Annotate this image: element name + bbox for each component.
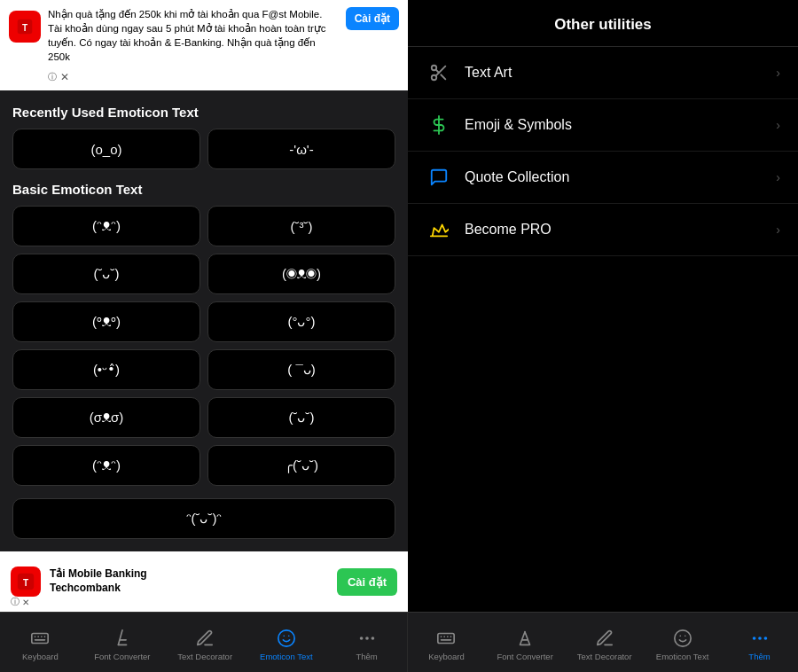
- tab-keyboard-right[interactable]: Keyboard: [419, 628, 473, 661]
- ad-top-button[interactable]: Cài đặt: [346, 7, 399, 30]
- more-icon-right: [749, 628, 771, 649]
- utility-item-emoji[interactable]: Emoji & Symbols ›: [408, 99, 798, 152]
- svg-text:T: T: [22, 23, 28, 33]
- keyboard-icon-left: [29, 628, 51, 649]
- recently-used-title: Recently Used Emoticon Text: [12, 105, 395, 120]
- utility-item-pro[interactable]: Become PRO ›: [408, 204, 798, 256]
- font-icon-right: [514, 628, 536, 649]
- pro-label: Become PRO: [465, 222, 763, 238]
- recently-used-grid: (o_o) -'ω'-: [12, 129, 395, 169]
- emoji-label: Emoji & Symbols: [465, 117, 763, 133]
- emoticon-single-row: ᵔ(˘ᴗ˘)ᵔ: [12, 498, 395, 539]
- tab-font-label-right: Font Converter: [497, 652, 552, 661]
- emoticon-basic-1[interactable]: (ᵔᴥᵔ): [12, 206, 200, 246]
- emoticon-icon-left: [276, 628, 297, 649]
- decorator-icon-right: [594, 628, 615, 649]
- text-art-label: Text Art: [465, 65, 763, 81]
- emoticon-basic-3[interactable]: (˘ᴗ˘): [12, 254, 200, 294]
- tab-bar-right: Keyboard Font Converter Text Decorator: [408, 613, 798, 672]
- tab-emoticon-left[interactable]: Emoticon Text: [260, 628, 313, 661]
- svg-text:T: T: [23, 578, 29, 588]
- emoticon-basic-7[interactable]: (•ᵕ•̂): [12, 349, 200, 390]
- svg-point-28: [763, 637, 767, 640]
- font-icon-left: [112, 628, 133, 649]
- emoticon-basic-6[interactable]: (°ᴗ°): [207, 301, 395, 342]
- emoticon-icon-right: [672, 628, 693, 649]
- basic-emoticon-grid: (ᵔᴥᵔ) (˘³˘) (˘ᴗ˘) (◉ᴥ◉) (ᵒᴥᵒ) (°ᴗ°) (•ᵕ•…: [12, 206, 395, 486]
- emoticon-basic-11[interactable]: (ᵔᴥᵔ): [12, 445, 200, 486]
- tab-decorator-label-right: Text Decorator: [577, 652, 632, 661]
- tab-emoticon-label-left: Emoticon Text: [260, 652, 313, 661]
- tab-keyboard-label-left: Keyboard: [22, 652, 59, 661]
- utility-item-quote[interactable]: Quote Collection ›: [408, 152, 798, 204]
- ad-banner-top: T Nhận quà tặng đến 250k khi mở tài khoả…: [0, 0, 408, 90]
- tab-more-label-right: Thêm: [748, 652, 770, 661]
- ad-bottom-text: Tải Mobile Banking Techcombank: [50, 567, 328, 595]
- svg-rect-10: [32, 633, 48, 643]
- emoji-chevron: ›: [776, 118, 780, 132]
- quote-icon: [426, 164, 452, 191]
- svg-point-26: [752, 637, 755, 640]
- svg-point-12: [278, 629, 294, 645]
- crown-icon: [426, 216, 452, 243]
- tab-bars-container: Keyboard Font Converter Text Decorator: [0, 612, 798, 672]
- svg-point-15: [359, 637, 363, 640]
- ad-info-icon: ⓘ: [48, 71, 57, 83]
- utility-item-text-art[interactable]: Text Art ›: [408, 47, 798, 99]
- svg-line-20: [520, 631, 526, 645]
- ad-bottom-logo: T: [11, 567, 41, 597]
- emoticon-basic-12[interactable]: ╭(˘ᴗ˘): [207, 445, 395, 486]
- ad-bottom-info: ⓘ: [11, 596, 20, 608]
- ad-banner-bottom: T Tải Mobile Banking Techcombank Cài đặt…: [0, 551, 408, 612]
- ad-bottom-button[interactable]: Cài đặt: [337, 568, 397, 596]
- tab-bar-left: Keyboard Font Converter Text Decorator: [0, 613, 408, 672]
- emoticon-basic-4[interactable]: (◉ᴥ◉): [207, 254, 395, 294]
- pro-chevron: ›: [776, 223, 780, 237]
- ad-bottom-close[interactable]: ✕: [22, 598, 29, 607]
- tab-decorator-label-left: Text Decorator: [177, 652, 232, 661]
- svg-point-17: [371, 637, 374, 640]
- right-header-title: Other utilities: [426, 16, 780, 34]
- tab-font-right[interactable]: Font Converter: [497, 628, 552, 661]
- ad-top-text: Nhận quà tặng đến 250k khi mở tài khoản …: [48, 7, 339, 64]
- basic-emoticon-title: Basic Emoticon Text: [12, 182, 395, 197]
- emoticon-basic-13[interactable]: ᵔ(˘ᴗ˘)ᵔ: [12, 498, 395, 539]
- emoticon-basic-2[interactable]: (˘³˘): [207, 206, 395, 246]
- tab-more-label-left: Thêm: [356, 652, 377, 661]
- tab-more-right[interactable]: Thêm: [733, 628, 786, 661]
- tab-decorator-right[interactable]: Text Decorator: [577, 628, 632, 661]
- tab-more-left[interactable]: Thêm: [340, 628, 394, 661]
- scissors-icon: [426, 59, 452, 86]
- decorator-icon-left: [194, 628, 215, 649]
- tab-keyboard-left[interactable]: Keyboard: [13, 628, 66, 661]
- emoticon-basic-8[interactable]: ( ¯ᴗ): [207, 349, 395, 390]
- text-art-chevron: ›: [776, 66, 780, 80]
- svg-line-21: [525, 631, 530, 645]
- emoticon-basic-5[interactable]: (ᵒᴥᵒ): [12, 301, 200, 342]
- emoticon-recent-2[interactable]: -'ω'-: [207, 129, 395, 169]
- quote-chevron: ›: [776, 170, 780, 184]
- svg-line-8: [435, 69, 439, 73]
- svg-line-7: [441, 74, 445, 79]
- left-scroll-area: Recently Used Emoticon Text (o_o) -'ω'- …: [0, 90, 408, 551]
- tab-emoticon-label-right: Emoticon Text: [656, 652, 709, 661]
- tab-keyboard-label-right: Keyboard: [428, 652, 465, 661]
- emoticon-basic-10[interactable]: (˘ᴗ˘): [207, 397, 395, 438]
- emoticon-basic-9[interactable]: (σᴥσ): [12, 397, 200, 438]
- keyboard-icon-right: [435, 628, 457, 649]
- tab-font-left[interactable]: Font Converter: [94, 628, 150, 661]
- ad-logo: T: [9, 11, 41, 43]
- right-header: Other utilities: [408, 0, 798, 47]
- tab-decorator-left[interactable]: Text Decorator: [177, 628, 232, 661]
- ad-close-icon[interactable]: ✕: [60, 71, 69, 83]
- left-panel: T Nhận quà tặng đến 250k khi mở tài khoả…: [0, 0, 408, 612]
- more-icon-left: [356, 628, 378, 649]
- svg-point-27: [758, 637, 762, 640]
- emoticon-recent-1[interactable]: (o_o): [12, 129, 200, 169]
- svg-rect-18: [438, 633, 454, 643]
- right-panel: Other utilities Text Art ›: [408, 0, 798, 612]
- dollar-icon: [426, 112, 452, 138]
- svg-point-16: [365, 637, 369, 640]
- tab-emoticon-right[interactable]: Emoticon Text: [656, 628, 709, 661]
- svg-point-23: [674, 629, 690, 645]
